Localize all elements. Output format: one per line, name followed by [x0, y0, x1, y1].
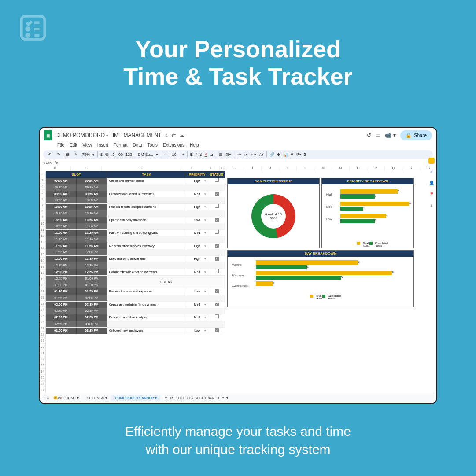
status-checkbox[interactable] [215, 230, 219, 234]
keep-icon[interactable] [428, 158, 435, 164]
add-icon[interactable]: + [428, 203, 435, 210]
task-cell[interactable]: Research and data analysis [107, 314, 187, 321]
text-color-button[interactable]: A [205, 152, 207, 157]
task-cell[interactable]: Create and maintain filing systems [107, 302, 187, 308]
link-icon[interactable]: 🔗 [269, 152, 274, 157]
move-icon[interactable]: 🗀 [172, 133, 177, 138]
priority-select[interactable]: Med [186, 230, 208, 236]
comment-icon[interactable]: ▭ [376, 132, 380, 138]
font-select[interactable]: DM Sa... [138, 152, 153, 157]
sheets-icon[interactable]: ▦ [44, 130, 52, 140]
status-checkbox[interactable]: ✓ [215, 192, 219, 196]
task-cell[interactable]: Organize and schedule meetings [107, 191, 187, 198]
status-checkbox[interactable] [215, 178, 219, 182]
print-icon[interactable]: 🖶 [64, 152, 70, 157]
menu-insert[interactable]: Insert [97, 143, 108, 148]
rotate-icon[interactable]: A▾ [259, 152, 264, 157]
status-checkbox[interactable]: ✓ [215, 289, 219, 293]
history-icon[interactable]: ↺ [367, 132, 371, 138]
priority-select[interactable]: Low [186, 288, 208, 295]
task-cell[interactable]: Draft and send official letter [107, 256, 187, 262]
undo-icon[interactable]: ↶ [47, 152, 53, 157]
menu-tools[interactable]: Tools [148, 143, 158, 148]
maps-icon[interactable]: 📍 [428, 192, 435, 198]
menubar: FileEditViewInsertFormatDataToolsExtensi… [40, 143, 436, 149]
star-icon[interactable]: ☆ [165, 133, 169, 138]
sheet-tab[interactable]: POMODORO PLANNER ▾ [111, 395, 160, 401]
menu-format[interactable]: Format [114, 143, 128, 148]
status-checkbox[interactable]: ✓ [215, 257, 219, 261]
sheet-tab[interactable]: 😊WELCOME ▾ [50, 395, 82, 401]
priority-select[interactable]: Low [186, 328, 208, 334]
bold-button[interactable]: B [190, 152, 193, 157]
menu-view[interactable]: View [82, 143, 92, 148]
priority-select[interactable]: Med [186, 191, 208, 198]
status-checkbox[interactable] [215, 204, 219, 208]
contacts-icon[interactable]: 👤 [428, 181, 435, 187]
all-sheets-button[interactable]: ≡ [47, 396, 49, 400]
redo-icon[interactable]: ↷ [55, 152, 62, 157]
halign-icon[interactable]: ≡▾ [237, 152, 241, 157]
merge-icon[interactable]: ⊞▾ [225, 152, 231, 157]
status-checkbox[interactable] [215, 269, 219, 273]
task-cell[interactable]: Maintain office supplies inventory [107, 243, 187, 250]
priority-select[interactable]: High [186, 256, 208, 262]
priority-select[interactable]: Med [186, 302, 208, 308]
menu-extensions[interactable]: Extensions [163, 143, 184, 148]
menu-file[interactable]: File [57, 143, 64, 148]
task-row: 11:30 AM 11:55 AM Maintain office suppli… [46, 243, 225, 256]
font-size[interactable]: 10 [169, 152, 179, 157]
italic-button[interactable]: I [196, 152, 197, 157]
filter-views-icon[interactable]: ⧩▾ [296, 152, 301, 157]
break-block: 12:55 PM01:00 PM 01:00 PM01:30 PM BREAK [46, 276, 225, 288]
wrap-icon[interactable]: ↵▾ [251, 152, 256, 157]
menu-data[interactable]: Data [133, 143, 142, 148]
task-cell[interactable]: Onboard new employees [107, 328, 187, 334]
priority-select[interactable]: High [186, 243, 208, 250]
status-checkbox[interactable]: ✓ [215, 328, 219, 332]
status-checkbox[interactable] [215, 314, 219, 318]
menu-help[interactable]: Help [190, 143, 199, 148]
percent-button[interactable]: % [105, 152, 109, 157]
chart-icon[interactable]: 📊 [283, 152, 288, 157]
strike-button[interactable]: S̶ [199, 152, 202, 157]
sheet-tab[interactable]: MORE TOOLS BY SHEETCRAFTERS ▾ [161, 395, 232, 401]
priority-select[interactable]: High [186, 204, 208, 210]
cloud-icon[interactable]: ☁ [179, 133, 184, 138]
checklist-icon [18, 12, 48, 45]
meet-icon[interactable]: 📹 ▾ [385, 132, 395, 138]
priority-select[interactable]: High [186, 178, 208, 184]
valign-icon[interactable]: ↕▾ [244, 152, 248, 157]
filter-icon[interactable]: ∇ [291, 152, 293, 157]
task-cell[interactable]: Process invoices and expenses [107, 288, 187, 295]
functions-icon[interactable]: Σ [304, 152, 306, 157]
task-cell[interactable]: Handle incoming and outgoing calls [107, 230, 187, 236]
add-sheet-button[interactable]: + [44, 396, 46, 400]
menu-edit[interactable]: Edit [70, 143, 77, 148]
share-button[interactable]: 🔒Share [400, 130, 432, 140]
borders-icon[interactable]: ▦ [219, 152, 223, 157]
task-cell[interactable]: Update company database [107, 217, 187, 224]
name-box[interactable]: O35 [44, 161, 52, 165]
task-cell[interactable]: Prepare reports and presentations [107, 204, 187, 210]
status-checkbox[interactable]: ✓ [215, 244, 219, 248]
zoom-select[interactable]: 75% [82, 152, 90, 157]
paint-icon[interactable]: ✎ [73, 152, 79, 157]
currency-button[interactable]: $ [100, 152, 103, 157]
break-label: BREAK [107, 276, 225, 288]
sheet-tab[interactable]: SETTINGS ▾ [83, 395, 111, 401]
tasks-icon[interactable]: ✓ [428, 169, 435, 175]
priority-select[interactable]: Med [186, 314, 208, 321]
priority-select[interactable]: Low [186, 217, 208, 224]
task-row: 02:00 PM 02:25 PM Create and maintain fi… [46, 302, 225, 315]
status-checkbox[interactable]: ✓ [215, 218, 219, 222]
task-row: 09:30 AM 09:55 AM Organize and schedule … [46, 191, 225, 204]
doc-title[interactable]: DEMO POMODORO - TIME MANAGEMENT [55, 132, 161, 138]
comment2-icon[interactable]: ✚ [277, 152, 280, 157]
task-cell[interactable]: Check and answer emails [107, 178, 187, 184]
task-cell[interactable]: Collaborate with other departments [107, 269, 187, 276]
priority-select[interactable]: Med [186, 269, 208, 276]
fill-color-icon[interactable]: ◢ [210, 152, 213, 157]
status-checkbox[interactable]: ✓ [215, 303, 219, 306]
header-priority: PRIORITY [186, 171, 208, 178]
